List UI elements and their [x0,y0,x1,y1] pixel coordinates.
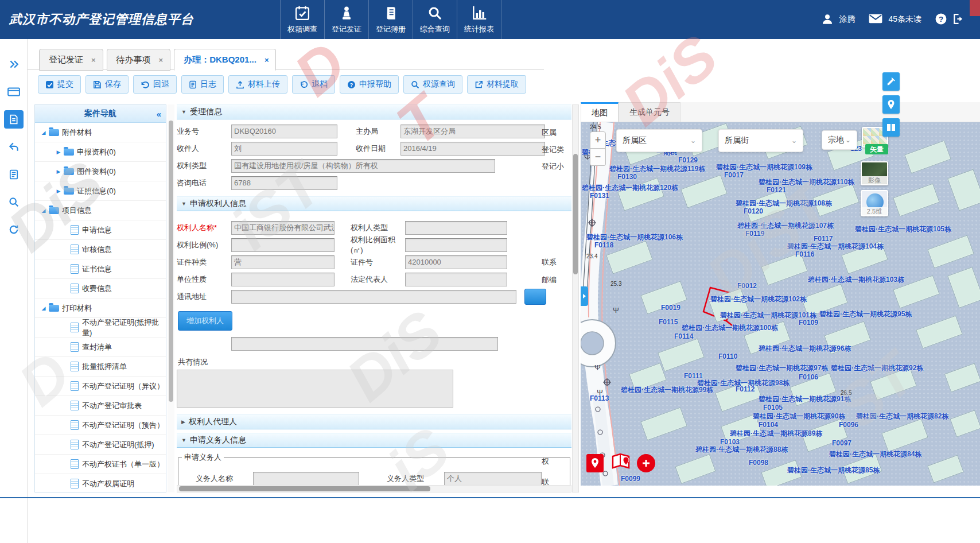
field-input[interactable]: 2016/4/19 [400,142,545,156]
document-tab-1[interactable]: 待办事项× [107,49,171,71]
tree-item[interactable]: 不动产权属证明 [35,474,166,492]
locate-pin-button[interactable] [586,454,604,472]
field-input[interactable] [405,238,507,252]
rail-search-icon[interactable] [4,193,24,211]
tree-item[interactable]: 不动产登记审批表 [35,396,166,416]
panel-expand-handle[interactable] [581,286,588,306]
tree-collapsed-icon[interactable]: ▶ [55,188,63,194]
tree-scrollbar-thumb[interactable] [169,121,173,402]
tree-item[interactable]: 不动产权证书（单一版） [35,455,166,474]
tree-item[interactable]: ▶申报资料(0) [35,142,166,162]
tree-item[interactable]: ▶证照信息(0) [35,181,166,201]
dim25-layer-thumbnail[interactable]: 2.5维 [861,190,888,216]
field-input[interactable]: 个人 [444,472,542,486]
nav-item-certificate[interactable]: 登记发证 [324,0,368,39]
user-name[interactable]: 涂腾 [839,14,855,25]
tree-collapsed-icon[interactable]: ▶ [55,169,63,174]
field-input[interactable] [405,221,507,235]
toolbar-button-upload[interactable]: 材料上传 [228,75,287,94]
imagery-layer-thumbnail[interactable]: 影像 [861,161,888,185]
field-input[interactable]: DKBQ20160 [231,125,337,138]
section-header-agent[interactable]: ▶权利人代理人 [177,414,571,429]
tree-item[interactable]: ▶图件资料(0) [35,162,166,181]
field-input[interactable] [253,472,359,486]
toolbar-button-restore[interactable]: 退档 [292,75,335,94]
toolbar-button-undo[interactable]: 回退 [133,75,177,94]
field-input[interactable]: 国有建设用地使用权/房屋（构筑物）所有权 [231,159,495,173]
toolbar-button-log[interactable]: 日志 [181,75,224,94]
tree-item[interactable]: 收费信息 [35,279,166,298]
help-icon[interactable]: ? [935,13,947,26]
field-input[interactable]: 刘 [231,142,337,156]
map-tab-1[interactable]: 生成单元号 [619,102,680,122]
tree-item[interactable]: 不动产登记证明（异议） [35,377,166,396]
rail-refresh-icon[interactable] [4,220,24,239]
edit-tool-button[interactable] [882,72,900,91]
map-canvas[interactable]: Ψ Ψ Ψ 生态城一碧桂F013一期桃F0129碧桂园·生态城一期桃花源119栋… [581,122,980,486]
share-info-textarea[interactable] [177,370,453,408]
mail-icon[interactable] [869,14,882,25]
toolbar-button-extract[interactable]: 材料提取 [467,75,526,94]
map-book-pin-button[interactable] [610,452,632,474]
map-dropdown-0[interactable]: 所属区⌄ [616,129,702,152]
field-input[interactable] [231,290,516,304]
add-holder-button[interactable]: 增加权利人 [178,311,232,331]
tree-item[interactable]: 证书信息 [35,259,166,279]
field-input[interactable] [405,273,507,286]
rail-back-icon[interactable] [4,138,24,156]
field-input[interactable]: 营 [231,255,335,269]
field-input[interactable]: 42010000 [405,255,507,269]
toolbar-button-check-square[interactable]: 提交 [38,75,81,94]
section-header-obligor[interactable]: ▼申请义务人信息 [177,433,571,448]
tree-expanded-icon[interactable]: ◢ [40,305,48,311]
field-input[interactable]: 6788 [231,176,337,190]
tree-item[interactable]: 审核信息 [35,240,166,259]
field-input[interactable]: 中国工商银行股份有限公司武汉水 [231,221,335,235]
toolbar-button-search2[interactable]: 权源查询 [403,75,462,94]
zoom-in-button[interactable]: + [590,131,606,149]
nav-item-calendar-check[interactable]: 权籍调查 [280,0,324,39]
map-dropdown-1[interactable]: 所属街⌄ [718,129,803,152]
share-mode-input[interactable] [231,337,498,351]
tree-item[interactable]: 申请信息 [35,220,166,240]
map-dropdown-2[interactable]: 宗地⌄ [822,130,857,150]
clipped-action-button[interactable] [524,289,546,305]
add-button[interactable] [637,454,655,472]
section-header-acceptance[interactable]: ▼受理信息 [177,104,571,119]
vector-layer-badge[interactable]: 矢量 [865,144,888,154]
field-input[interactable] [231,273,335,286]
tree-collapsed-icon[interactable]: ▶ [55,149,63,155]
rail-documents-icon[interactable] [4,110,24,129]
unread-count[interactable]: 45条未读 [888,14,921,25]
split-view-button[interactable] [882,118,900,137]
close-tab-icon[interactable]: × [91,56,96,64]
tree-item[interactable]: 不动产登记证明(抵押批量) [35,318,166,338]
document-tab-0[interactable]: 登记发证× [39,49,103,71]
close-tab-icon[interactable]: × [265,56,269,64]
tree-item[interactable]: 不动产登记证明（预告） [35,416,166,435]
tree-item[interactable]: ◢打印材料 [35,298,166,318]
toolbar-button-help[interactable]: ?申报帮助 [340,75,399,94]
nav-item-bar-chart[interactable]: 统计报表 [457,0,501,39]
map-tab-0[interactable]: 地图 [581,102,619,122]
zoom-out-button[interactable]: − [590,149,606,166]
collapse-panel-icon[interactable]: « [157,109,161,119]
tree-item[interactable]: 不动产登记证明(抵押) [35,435,166,455]
form-hscroll-thumb[interactable] [179,486,430,491]
close-tab-icon[interactable]: × [159,56,164,64]
tree-item[interactable]: ◢项目信息 [35,201,166,220]
nav-item-book[interactable]: 登记簿册 [368,0,413,39]
nav-item-search[interactable]: 综合查询 [413,0,457,39]
rail-report-icon[interactable] [4,165,24,184]
tree-expanded-icon[interactable]: ◢ [40,130,48,135]
form-vscroll-thumb[interactable] [573,154,578,274]
tree-item[interactable]: 查封清单 [35,338,166,357]
document-tab-2[interactable]: 办理：DKBQ201...× [174,49,276,71]
tree-item[interactable]: 批量抵押清单 [35,357,166,377]
field-input[interactable] [231,238,335,252]
section-header-holder[interactable]: ▼申请权利人信息 [177,196,571,211]
rail-payment-icon[interactable] [4,83,24,101]
tree-expanded-icon[interactable]: ◢ [40,208,48,214]
location-tool-button[interactable] [882,95,900,114]
rail-expand-icon[interactable] [4,55,24,73]
